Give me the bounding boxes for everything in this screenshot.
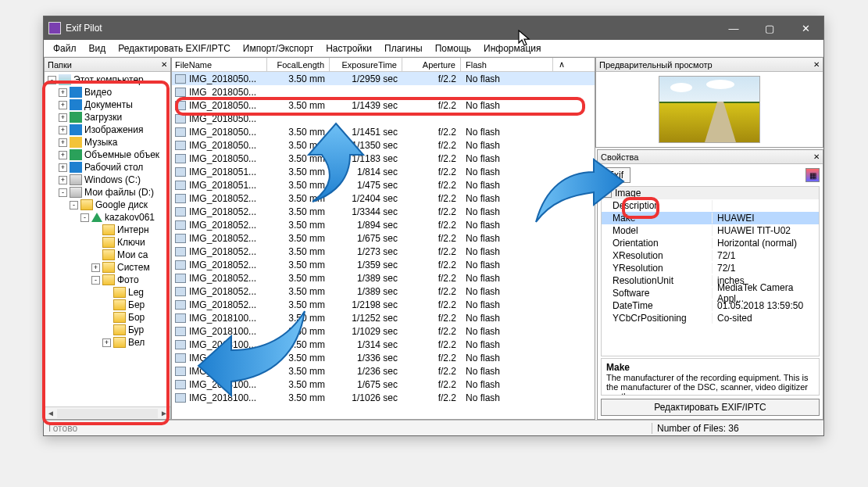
minimize-button[interactable]: — [716, 16, 752, 40]
tree-node[interactable]: Ключи [45, 236, 170, 249]
file-row[interactable]: IMG_2018100...3.50 mm1/675 secf/2.2No fl… [172, 378, 595, 391]
tree-node[interactable]: Бор [45, 311, 170, 324]
columns-button[interactable]: ▦ [805, 168, 820, 182]
scroll-left-icon[interactable]: ◄ [45, 409, 57, 417]
file-row[interactable]: IMG_2018100...3.50 mm1/314 secf/2.2No fl… [172, 338, 595, 351]
menu-item[interactable]: Вид [83, 41, 113, 56]
expand-icon[interactable]: + [59, 126, 67, 134]
file-row[interactable]: IMG_2018052...3.50 mm1/2404 secf/2.2No f… [172, 192, 595, 205]
file-row[interactable]: IMG_2018052...3.50 mm1/2198 secf/2.2No f… [172, 298, 595, 311]
collapse-icon[interactable]: - [603, 189, 612, 198]
menu-item[interactable]: Настройки [320, 41, 378, 56]
tree-node[interactable]: +Загрузки [45, 111, 170, 124]
expand-icon[interactable]: + [102, 338, 111, 347]
scroll-track[interactable] [57, 409, 158, 418]
folder-tree[interactable]: -Этот компьютер+Видео+Документы+Загрузки… [45, 72, 170, 406]
file-row[interactable]: IMG_2018100...3.50 mm1/1252 secf/2.2No f… [172, 311, 595, 324]
tree-node[interactable]: Интерн [45, 224, 170, 236]
col-filename[interactable]: FileName [172, 58, 267, 71]
tree-node[interactable]: +Систем [45, 261, 170, 274]
file-row[interactable]: IMG_2018050...3.50 mm1/1439 secf/2.2No f… [172, 98, 595, 112]
exif-tab[interactable]: Exif [601, 167, 630, 183]
prop-row[interactable]: YResolution72/1 [602, 262, 819, 274]
file-row[interactable]: IMG_2018050... [172, 85, 595, 98]
file-row[interactable]: IMG_2018050...3.50 mm1/1350 secf/2.2No f… [172, 138, 595, 152]
file-row[interactable]: IMG_2018052...3.50 mm1/273 secf/2.2No fl… [172, 245, 595, 258]
expand-icon[interactable]: - [59, 188, 67, 197]
tree-node[interactable]: -Фото [45, 274, 170, 286]
prop-row[interactable]: YCbCrPositioningCo-sited [602, 312, 819, 324]
menu-item[interactable]: Информация [477, 41, 547, 56]
properties-close-icon[interactable]: ✕ [813, 152, 820, 161]
prop-row[interactable]: DateTime01.05.2018 13:59:50 [602, 299, 819, 312]
tree-node[interactable]: -Этот компьютер [45, 73, 170, 86]
prop-row[interactable]: MakeHUAWEI [602, 212, 819, 224]
tree-node[interactable]: +Изображения [45, 124, 170, 136]
expand-icon[interactable]: - [70, 201, 78, 209]
tree-node[interactable]: Leg [45, 286, 170, 299]
folders-close-icon[interactable]: ✕ [161, 60, 167, 69]
tree-node[interactable]: +Вел [45, 336, 170, 349]
expand-icon[interactable]: - [91, 276, 100, 285]
expand-icon[interactable]: + [59, 138, 67, 147]
preview-close-icon[interactable]: ✕ [813, 60, 820, 69]
expand-icon[interactable]: - [48, 76, 56, 84]
col-flash[interactable]: Flash [461, 58, 553, 71]
tree-node[interactable]: +Рабочий стол [45, 161, 170, 174]
file-row[interactable]: IMG_2018050...3.50 mm1/1183 secf/2.2No f… [172, 152, 595, 165]
expand-icon[interactable]: + [59, 176, 67, 184]
file-row[interactable]: IMG_2018100...3.50 mm1/236 secf/2.2No fl… [172, 364, 595, 378]
file-row[interactable]: IMG_2018050...3.50 mm1/2959 secf/2.2No f… [172, 72, 595, 85]
tree-node[interactable]: +Документы [45, 98, 170, 111]
file-row[interactable]: IMG_2018050... [172, 112, 595, 125]
tree-scrollbar[interactable]: ◄ ► [45, 406, 170, 419]
menu-item[interactable]: Редактировать EXIF/IPTC [112, 41, 237, 56]
file-row[interactable]: IMG_2018051...3.50 mm1/814 secf/2.2No fl… [172, 165, 595, 178]
maximize-button[interactable]: ▢ [752, 16, 788, 40]
file-row[interactable]: IMG_2018052...3.50 mm1/894 secf/2.2No fl… [172, 218, 595, 231]
file-row[interactable]: IMG_2018051...3.50 mm1/475 secf/2.2No fl… [172, 178, 595, 192]
expand-icon[interactable]: + [91, 263, 100, 272]
col-exposuretime[interactable]: ExposureTime [330, 58, 402, 71]
prop-row[interactable]: XResolution72/1 [602, 249, 819, 262]
tree-node[interactable]: +Объемные объек [45, 149, 170, 161]
expand-icon[interactable]: + [59, 163, 67, 172]
file-row[interactable]: IMG_2018052...3.50 mm1/675 secf/2.2No fl… [172, 231, 595, 245]
col-aperture[interactable]: Aperture [402, 58, 461, 71]
scroll-right-icon[interactable]: ► [158, 409, 170, 417]
file-row[interactable]: IMG_2018052...3.50 mm1/359 secf/2.2No fl… [172, 258, 595, 271]
expand-icon[interactable]: - [80, 213, 89, 222]
expand-icon[interactable]: + [59, 151, 67, 159]
tree-node[interactable]: +Windows (C:) [45, 174, 170, 186]
prop-row[interactable]: SoftwareMediaTek Camera Appl... [602, 287, 819, 299]
menu-item[interactable]: Импорт/Экспорт [237, 41, 320, 56]
col-focallength[interactable]: FocalLength [267, 58, 330, 71]
file-row[interactable]: IMG_2018052...3.50 mm1/3344 secf/2.2No f… [172, 205, 595, 218]
expand-icon[interactable]: + [59, 88, 67, 97]
tree-node[interactable]: Бур [45, 324, 170, 336]
edit-exif-button[interactable]: Редактировать EXIF/IPTC [601, 399, 820, 416]
file-row[interactable]: IMG_2018100...3.50 mm1/336 secf/2.2No fl… [172, 351, 595, 364]
file-row[interactable]: IMG_2018052...3.50 mm1/389 secf/2.2No fl… [172, 271, 595, 285]
file-row[interactable]: IMG_2018100...3.50 mm1/1029 secf/2.2No f… [172, 324, 595, 338]
tree-node[interactable]: Бер [45, 299, 170, 311]
close-button[interactable]: ✕ [788, 16, 823, 40]
menu-item[interactable]: Плагины [378, 41, 429, 56]
file-row[interactable]: IMG_2018052...3.50 mm1/389 secf/2.2No fl… [172, 285, 595, 298]
prop-group[interactable]: -Image [602, 187, 819, 199]
properties-list[interactable]: -ImageDescriptionMakeHUAWEIModelHUAWEI T… [601, 186, 820, 356]
menu-item[interactable]: Файл [47, 41, 83, 56]
file-row[interactable]: IMG_2018050...3.50 mm1/1451 secf/2.2No f… [172, 125, 595, 138]
tree-node[interactable]: +Видео [45, 86, 170, 98]
file-row[interactable]: IMG_2018100...3.50 mm1/1026 secf/2.2No f… [172, 391, 595, 404]
tree-node[interactable]: -kazakov061 [45, 211, 170, 224]
prop-row[interactable]: Description [602, 199, 819, 212]
tree-node[interactable]: -Мои файлы (D:) [45, 186, 170, 199]
prop-row[interactable]: ModelHUAWEI TIT-U02 [602, 224, 819, 237]
tree-node[interactable]: Мои са [45, 249, 170, 261]
menu-item[interactable]: Помощь [429, 41, 477, 56]
file-list[interactable]: IMG_2018050...3.50 mm1/2959 secf/2.2No f… [172, 72, 595, 419]
tree-node[interactable]: -Google диск [45, 199, 170, 211]
prop-row[interactable]: OrientationHorizontal (normal) [602, 237, 819, 249]
tree-node[interactable]: +Музыка [45, 136, 170, 149]
